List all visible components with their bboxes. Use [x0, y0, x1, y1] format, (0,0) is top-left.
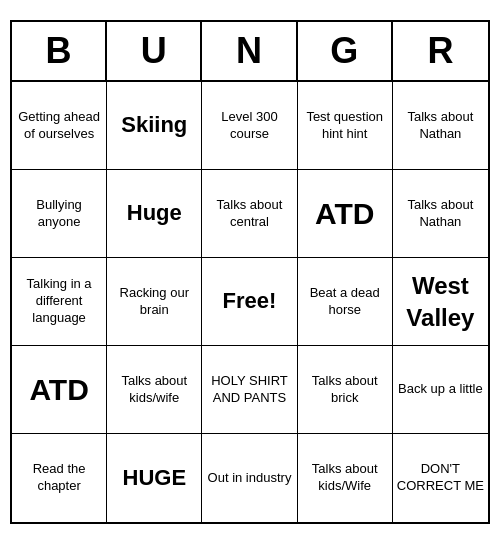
bingo-header: BUNGR: [12, 22, 488, 82]
header-letter: R: [393, 22, 488, 80]
bingo-cell[interactable]: Read the chapter: [12, 434, 107, 522]
bingo-cell[interactable]: Talks about brick: [298, 346, 393, 434]
bingo-cell[interactable]: DON'T CORRECT ME: [393, 434, 488, 522]
bingo-cell[interactable]: Talks about Nathan: [393, 170, 488, 258]
bingo-cell[interactable]: West Valley: [393, 258, 488, 346]
bingo-cell[interactable]: Skiing: [107, 82, 202, 170]
header-letter: U: [107, 22, 202, 80]
bingo-grid: Getting ahead of ourselvesSkiingLevel 30…: [12, 82, 488, 522]
header-letter: N: [202, 22, 297, 80]
bingo-cell[interactable]: HUGE: [107, 434, 202, 522]
bingo-cell[interactable]: Talks about kids/wife: [107, 346, 202, 434]
bingo-cell[interactable]: Talks about Nathan: [393, 82, 488, 170]
bingo-cell[interactable]: ATD: [12, 346, 107, 434]
bingo-cell[interactable]: Beat a dead horse: [298, 258, 393, 346]
bingo-cell[interactable]: Talks about kids/Wife: [298, 434, 393, 522]
bingo-cell[interactable]: Bullying anyone: [12, 170, 107, 258]
bingo-cell[interactable]: HOLY SHIRT AND PANTS: [202, 346, 297, 434]
bingo-cell[interactable]: ATD: [298, 170, 393, 258]
bingo-card: BUNGR Getting ahead of ourselvesSkiingLe…: [10, 20, 490, 524]
header-letter: G: [298, 22, 393, 80]
header-letter: B: [12, 22, 107, 80]
bingo-cell[interactable]: Racking our brain: [107, 258, 202, 346]
bingo-cell[interactable]: Huge: [107, 170, 202, 258]
bingo-cell[interactable]: Talks about central: [202, 170, 297, 258]
bingo-cell[interactable]: Test question hint hint: [298, 82, 393, 170]
bingo-cell[interactable]: Out in industry: [202, 434, 297, 522]
bingo-cell[interactable]: Getting ahead of ourselves: [12, 82, 107, 170]
bingo-cell[interactable]: Talking in a different language: [12, 258, 107, 346]
bingo-cell[interactable]: Level 300 course: [202, 82, 297, 170]
bingo-cell[interactable]: Free!: [202, 258, 297, 346]
bingo-cell[interactable]: Back up a little: [393, 346, 488, 434]
